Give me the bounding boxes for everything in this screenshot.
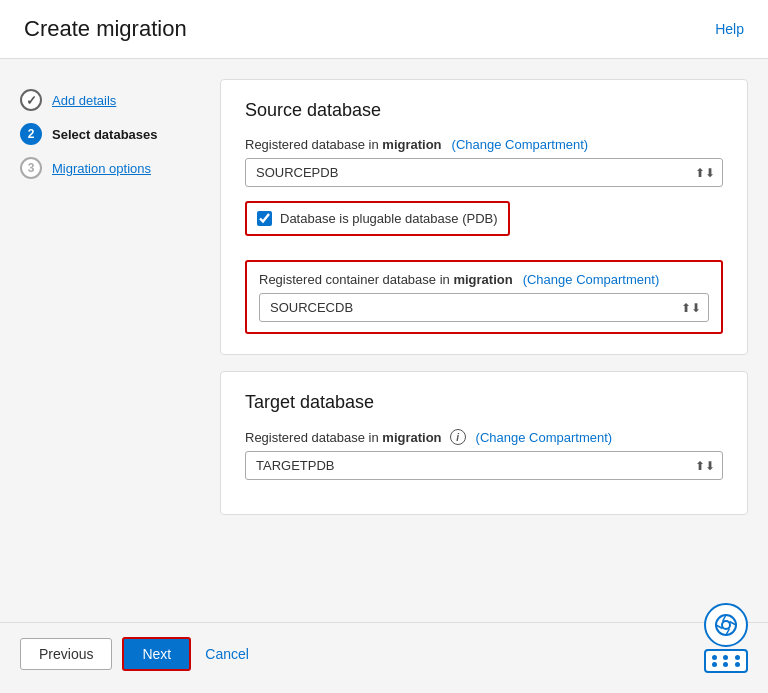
container-change-compartment-link[interactable]: (Change Compartment) <box>523 272 660 287</box>
step-add-details[interactable]: ✓ Add details <box>20 83 200 117</box>
target-database-panel: Target database Registered database in m… <box>220 371 748 515</box>
source-field-label: Registered database in migration <box>245 137 442 152</box>
container-field-label: Registered container database in migrati… <box>259 272 513 287</box>
svg-point-0 <box>716 615 736 635</box>
target-db-select-wrapper: TARGETPDB ⬆⬇ <box>245 451 723 480</box>
help-link[interactable]: Help <box>715 21 744 37</box>
svg-point-1 <box>722 621 730 629</box>
target-db-field-group: Registered database in migration i (Chan… <box>245 429 723 480</box>
previous-button[interactable]: Previous <box>20 638 112 670</box>
help-widget-icon[interactable] <box>704 603 748 647</box>
info-icon: i <box>450 429 466 445</box>
steps-sidebar: ✓ Add details 2 Select databases 3 Migra… <box>20 79 200 602</box>
step-number-select-databases: 2 <box>28 127 35 141</box>
source-database-panel: Source database Registered database in m… <box>220 79 748 355</box>
pdb-checkbox[interactable] <box>257 211 272 226</box>
pdb-checkbox-text: Database is plugable database (PDB) <box>280 211 498 226</box>
step-migration-options[interactable]: 3 Migration options <box>20 151 200 185</box>
source-panel-title: Source database <box>245 100 723 121</box>
step-select-databases: 2 Select databases <box>20 117 200 151</box>
target-db-select[interactable]: TARGETPDB <box>245 451 723 480</box>
step-label-add-details: Add details <box>52 93 116 108</box>
container-db-select[interactable]: SOURCECDB <box>259 293 709 322</box>
source-db-select[interactable]: SOURCEPDB <box>245 158 723 187</box>
pdb-checkbox-label[interactable]: Database is plugable database (PDB) <box>245 201 510 236</box>
next-button[interactable]: Next <box>122 637 191 671</box>
target-change-compartment-link[interactable]: (Change Compartment) <box>476 430 613 445</box>
panels-area: Source database Registered database in m… <box>220 79 748 602</box>
page-header: Create migration Help <box>0 0 768 59</box>
help-widget-dots[interactable] <box>704 649 748 673</box>
main-content: ✓ Add details 2 Select databases 3 Migra… <box>0 59 768 622</box>
target-panel-title: Target database <box>245 392 723 413</box>
page-footer: Previous Next Cancel <box>0 622 768 685</box>
step-circle-migration-options: 3 <box>20 157 42 179</box>
page-title: Create migration <box>24 16 187 42</box>
source-db-field-group: Registered database in migration (Change… <box>245 137 723 187</box>
step-label-select-databases: Select databases <box>52 127 158 142</box>
step-circle-add-details: ✓ <box>20 89 42 111</box>
step-label-migration-options: Migration options <box>52 161 151 176</box>
container-db-section: Registered container database in migrati… <box>245 260 723 334</box>
source-change-compartment-link[interactable]: (Change Compartment) <box>452 137 589 152</box>
help-widget <box>704 603 748 673</box>
lifebuoy-icon <box>714 613 738 637</box>
step-number-migration-options: 3 <box>28 161 35 175</box>
cancel-link[interactable]: Cancel <box>201 639 253 669</box>
step-circle-select-databases: 2 <box>20 123 42 145</box>
source-db-select-wrapper: SOURCEPDB ⬆⬇ <box>245 158 723 187</box>
target-field-label: Registered database in migration <box>245 430 442 445</box>
container-db-select-wrapper: SOURCECDB ⬆⬇ <box>259 293 709 322</box>
